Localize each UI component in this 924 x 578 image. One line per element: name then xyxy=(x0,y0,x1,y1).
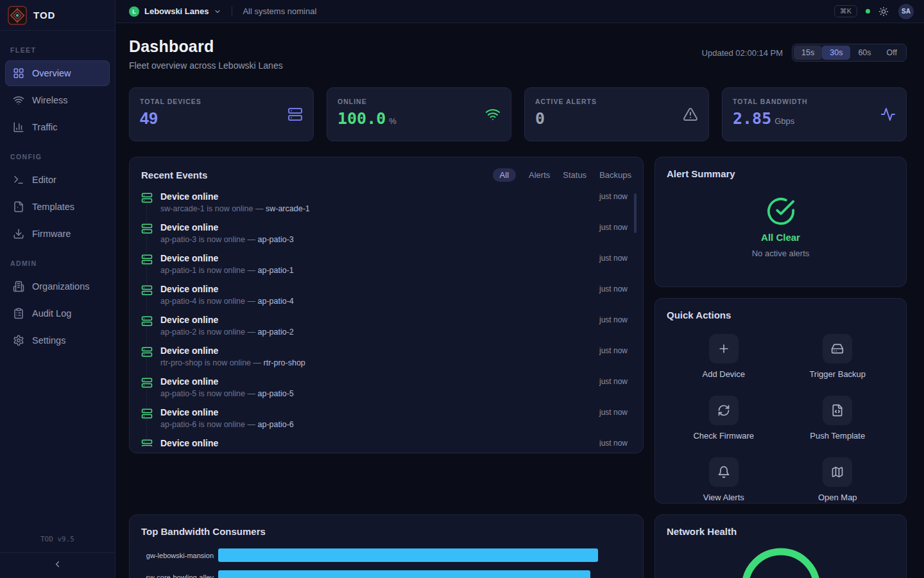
interval-60s-button[interactable]: 60s xyxy=(850,46,878,60)
org-name: Lebowski Lanes xyxy=(144,6,209,16)
sidebar-collapse-button[interactable] xyxy=(49,556,67,574)
sidebar-item-settings[interactable]: Settings xyxy=(5,328,110,353)
action-label: Push Template xyxy=(810,431,865,441)
page-title: Dashboard xyxy=(129,37,283,56)
stat-label: TOTAL DEVICES xyxy=(140,98,303,105)
event-timestamp: just now xyxy=(599,408,628,417)
app-logo-icon xyxy=(8,6,27,25)
event-title: Device online xyxy=(160,283,599,295)
sidebar-item-wireless[interactable]: Wireless xyxy=(5,87,110,113)
sidebar-item-label: Wireless xyxy=(32,95,68,105)
bandwidth-row: gw-lebowski-mansion xyxy=(141,548,631,562)
terminal-icon xyxy=(13,174,24,186)
bar-chart-icon xyxy=(13,121,24,133)
sidebar-item-label: Templates xyxy=(32,202,74,212)
nav-section-admin: ADMINOrganizationsAudit LogSettings xyxy=(0,248,115,353)
interval-15s-button[interactable]: 15s xyxy=(794,46,822,60)
server-icon xyxy=(287,107,303,122)
events-scroll-area[interactable]: Device onlinesw-arcade-1 is now online —… xyxy=(130,189,639,446)
interval-30s-button[interactable]: 30s xyxy=(822,46,850,60)
event-description: sw-arcade-1 is now online — sw-arcade-1 xyxy=(160,204,599,213)
events-tab-alerts[interactable]: Alerts xyxy=(529,168,550,182)
theme-toggle-button[interactable] xyxy=(878,6,890,17)
sidebar-item-audit-log[interactable]: Audit Log xyxy=(5,301,110,326)
event-timestamp: just now xyxy=(599,254,628,263)
server-icon xyxy=(141,439,153,446)
gear-icon xyxy=(13,335,24,346)
nav-section-fleet: FLEETOverviewWirelessTraffic xyxy=(0,35,115,140)
event-device-name: ap-patio-4 xyxy=(257,297,293,306)
file-code-icon xyxy=(823,396,852,425)
clipboard-icon xyxy=(13,308,24,319)
command-palette-button[interactable]: ⌘K xyxy=(834,5,857,17)
org-selector[interactable]: L Lebowski Lanes xyxy=(129,6,221,17)
sidebar-item-organizations[interactable]: Organizations xyxy=(5,274,110,299)
event-row[interactable]: Device onlinesw-arcade-1 is now online —… xyxy=(141,191,628,222)
sidebar-item-templates[interactable]: Templates xyxy=(5,194,110,220)
action-check-firmware-button[interactable]: Check Firmware xyxy=(693,396,754,441)
bandwidth-device-label: sw-core-bowling-alley xyxy=(141,574,214,578)
event-description: ap-patio-1 is now online — ap-patio-1 xyxy=(160,266,599,275)
recent-events-panel: Recent Events AllAlertsStatusBackups Dev… xyxy=(129,157,644,453)
sidebar-item-overview[interactable]: Overview xyxy=(5,60,110,86)
action-trigger-backup-button[interactable]: Trigger Backup xyxy=(809,334,866,379)
event-description: ap-patio-5 is now online — ap-patio-5 xyxy=(160,389,599,398)
stat-label: TOTAL BANDWIDTH xyxy=(733,98,896,105)
brand-name: TOD xyxy=(33,10,55,21)
event-row[interactable]: Device onlineap-patio-1 is now online — … xyxy=(141,252,628,283)
event-row[interactable]: Device onlinertr-pro-shop is now online … xyxy=(141,345,628,376)
sidebar-item-label: Settings xyxy=(32,335,65,346)
check-circle-icon xyxy=(766,197,796,226)
events-tab-backups[interactable]: Backups xyxy=(599,168,631,182)
events-scrollbar[interactable] xyxy=(634,193,637,233)
sun-icon xyxy=(878,6,890,17)
alert-summary-panel: Alert Summary All Clear No active alerts xyxy=(654,157,907,287)
event-timestamp: just now xyxy=(599,315,628,324)
sidebar-item-label: Audit Log xyxy=(32,308,71,319)
event-description: ap-patio-4 is now online — ap-patio-4 xyxy=(160,297,599,306)
wifi-icon xyxy=(485,107,501,122)
sidebar-item-editor[interactable]: Editor xyxy=(5,167,110,193)
event-row[interactable]: Device onlineap-patio-5 is now online — … xyxy=(141,376,628,407)
event-row[interactable]: Device onlineap-patio-2 is now online — … xyxy=(141,314,628,345)
action-label: View Alerts xyxy=(703,493,744,502)
bandwidth-row: sw-core-bowling-alley xyxy=(141,570,631,578)
sidebar-item-label: Traffic xyxy=(32,122,57,132)
sidebar-item-firmware[interactable]: Firmware xyxy=(5,221,110,247)
refresh-icon xyxy=(709,396,739,425)
sidebar: TOD FLEETOverviewWirelessTrafficCONFIGEd… xyxy=(0,0,116,578)
event-row[interactable]: Device onlineap-patio-4 is now online — … xyxy=(141,283,628,314)
system-status: All systems nominal xyxy=(243,6,316,16)
event-timestamp: just now xyxy=(599,192,628,201)
brand-header: TOD xyxy=(0,0,115,31)
recent-events-title: Recent Events xyxy=(141,170,207,180)
plus-icon xyxy=(709,334,739,363)
event-row[interactable]: Device onlineap-patio-3 is now online — … xyxy=(141,222,628,252)
chevron-down-icon xyxy=(214,8,221,15)
events-tab-all[interactable]: All xyxy=(493,168,516,182)
action-view-alerts-button[interactable]: View Alerts xyxy=(703,457,744,502)
event-row[interactable]: Device onlineap-patio-6 is now online — … xyxy=(141,407,628,437)
interval-off-button[interactable]: Off xyxy=(879,46,905,60)
sidebar-item-traffic[interactable]: Traffic xyxy=(5,114,110,140)
server-icon xyxy=(141,254,153,265)
events-tab-status[interactable]: Status xyxy=(563,168,586,182)
action-open-map-button[interactable]: Open Map xyxy=(818,457,857,502)
stat-value: 0 xyxy=(535,110,545,127)
nav-section-config: CONFIGEditorTemplatesFirmware xyxy=(0,141,115,247)
stat-card-total-bandwidth: TOTAL BANDWIDTH2.85Gbps xyxy=(722,87,907,141)
quick-actions-panel: Quick Actions Add DeviceTrigger BackupCh… xyxy=(654,298,907,504)
download-icon xyxy=(13,228,24,240)
server-icon xyxy=(141,285,153,296)
action-add-device-button[interactable]: Add Device xyxy=(703,334,745,379)
user-avatar[interactable]: SA xyxy=(898,4,914,19)
nav-section-label: ADMIN xyxy=(0,248,115,272)
event-row[interactable]: Device onlinejust now xyxy=(141,437,628,446)
stat-card-total-devices: TOTAL DEVICES49 xyxy=(129,87,314,141)
sidebar-item-label: Organizations xyxy=(32,281,89,292)
event-description: rtr-pro-shop is now online — rtr-pro-sho… xyxy=(160,358,599,367)
action-push-template-button[interactable]: Push Template xyxy=(810,396,865,441)
event-title: Device online xyxy=(160,314,599,326)
connection-status-dot xyxy=(866,9,870,13)
health-score: 100 xyxy=(739,545,823,578)
